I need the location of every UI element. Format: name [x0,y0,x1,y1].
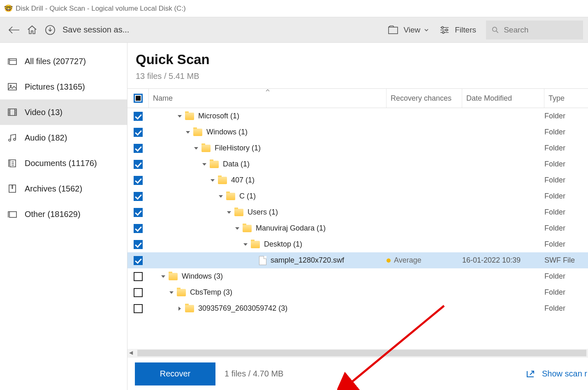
sidebar-all-files[interactable]: All files (207727) [0,48,127,74]
row-checkbox[interactable] [134,144,143,153]
sidebar-label: All files (207727) [25,57,86,66]
row-type: Folder [544,112,588,120]
row-name: FileHistory (1) [215,144,261,152]
file-icon [259,256,266,265]
row-checkbox[interactable] [134,224,143,233]
svg-point-4 [442,31,444,33]
table-row[interactable]: C (1)Folder [127,188,588,204]
table-row[interactable]: Microsoft (1)Folder [127,108,588,124]
svg-point-10 [9,139,11,141]
page-subtitle: 13 files / 5.41 MB [136,72,580,81]
svg-point-5 [493,27,497,31]
chevron-down-icon[interactable] [185,129,191,135]
sidebar-other[interactable]: Other (181629) [0,201,127,227]
table-row[interactable]: FileHistory (1)Folder [127,140,588,156]
table-row[interactable]: Desktop (1)Folder [127,236,588,252]
row-type: Folder [544,128,588,136]
table-row[interactable]: 407 (1)Folder [127,172,588,188]
select-all-checkbox[interactable] [127,89,149,108]
sidebar-archives[interactable]: Archives (1562) [0,176,127,201]
chevron-down-icon[interactable] [169,290,174,295]
home-button[interactable] [23,21,41,39]
save-session-button[interactable]: Save session as... [63,25,129,35]
show-scan-button[interactable]: Show scan r [525,369,587,378]
row-type: Folder [544,240,588,249]
chevron-down-icon[interactable] [160,274,166,279]
row-checkbox[interactable] [134,112,143,121]
table-row[interactable]: sample_1280x720.swfAverage16-01-2022 10:… [127,252,588,268]
folder-icon [210,161,219,168]
window-title: Disk Drill - Quick Scan - Logical volume… [16,5,186,13]
table-row[interactable]: Users (1)Folder [127,204,588,220]
sidebar-label: Pictures (13165) [25,82,85,92]
sidebar-audio[interactable]: Audio (182) [0,125,127,150]
download-button[interactable] [41,21,59,39]
chevron-down-icon[interactable] [210,178,215,183]
chevron-right-icon[interactable] [177,306,183,312]
table-row[interactable]: Windows (1)Folder [127,124,588,140]
sidebar-pictures[interactable]: Pictures (13165) [0,74,127,99]
row-checkbox[interactable] [134,160,143,169]
table-row[interactable]: Data (1)Folder [127,156,588,172]
svg-rect-6 [9,59,16,65]
folder-icon [177,289,186,296]
recover-button[interactable]: Recover [135,362,215,385]
chevron-down-icon[interactable] [218,194,224,199]
row-checkbox[interactable] [134,304,143,313]
chevron-down-icon[interactable] [234,226,240,231]
table-row[interactable]: Windows (3)Folder [127,268,588,284]
row-chance: Average [394,256,421,265]
chevron-down-icon[interactable] [201,162,207,167]
column-date-modified[interactable]: Date Modified [462,89,544,108]
horizontal-scrollbar[interactable]: ◀ [127,349,588,357]
row-type: Folder [544,272,588,281]
row-checkbox[interactable] [134,128,143,137]
scrollbar-thumb[interactable] [137,350,586,356]
view-dropdown[interactable]: View [388,25,429,35]
table-row[interactable]: 30935769_2603059742 (3)Folder [127,300,588,316]
table-row[interactable]: CbsTemp (3)Folder [127,284,588,300]
row-checkbox[interactable] [134,256,143,265]
scroll-left-icon[interactable]: ◀ [129,350,133,355]
chevron-down-icon[interactable] [243,242,248,247]
row-checkbox[interactable] [134,208,143,217]
sidebar: All files (207727) Pictures (13165) Vide… [0,43,127,390]
row-name: sample_1280x720.swf [271,256,344,265]
column-name[interactable]: Name [149,89,387,108]
file-rows: Microsoft (1)FolderWindows (1)FolderFile… [127,108,588,349]
row-checkbox[interactable] [134,288,143,297]
filters-button[interactable]: Filters [439,25,476,35]
row-type: Folder [544,304,588,313]
row-type: Folder [544,208,588,217]
row-type: Folder [544,144,588,152]
main-panel: Quick Scan 13 files / 5.41 MB Name Recov… [127,43,588,390]
folder-icon [251,241,260,248]
row-checkbox[interactable] [134,240,143,249]
svg-point-11 [14,138,16,141]
table-row[interactable]: Manuviraj Godara (1)Folder [127,220,588,236]
search-input[interactable] [504,25,577,35]
back-button[interactable] [5,21,23,39]
search-box[interactable] [486,21,583,39]
folder-icon [193,129,202,136]
sidebar-video[interactable]: Video (13) [0,99,127,125]
chevron-down-icon[interactable] [177,113,183,119]
svg-point-2 [442,26,444,28]
sidebar-documents[interactable]: Documents (11176) [0,150,127,176]
folder-icon [201,145,211,152]
row-checkbox[interactable] [134,272,143,281]
row-checkbox[interactable] [134,176,143,185]
column-type[interactable]: Type [544,89,588,108]
row-name: 30935769_2603059742 (3) [198,304,287,313]
row-checkbox[interactable] [134,192,143,201]
svg-point-3 [446,29,448,31]
row-name: Users (1) [248,208,278,217]
footer-status: 1 files / 4.70 MB [225,369,283,378]
chevron-down-icon[interactable] [226,210,232,215]
chevron-down-icon[interactable] [193,145,199,151]
sidebar-label: Documents (11176) [25,159,97,168]
row-type: Folder [544,192,588,201]
row-type: SWF File [544,256,588,265]
folder-icon [243,225,252,232]
column-recovery-chances[interactable]: Recovery chances [387,89,462,108]
